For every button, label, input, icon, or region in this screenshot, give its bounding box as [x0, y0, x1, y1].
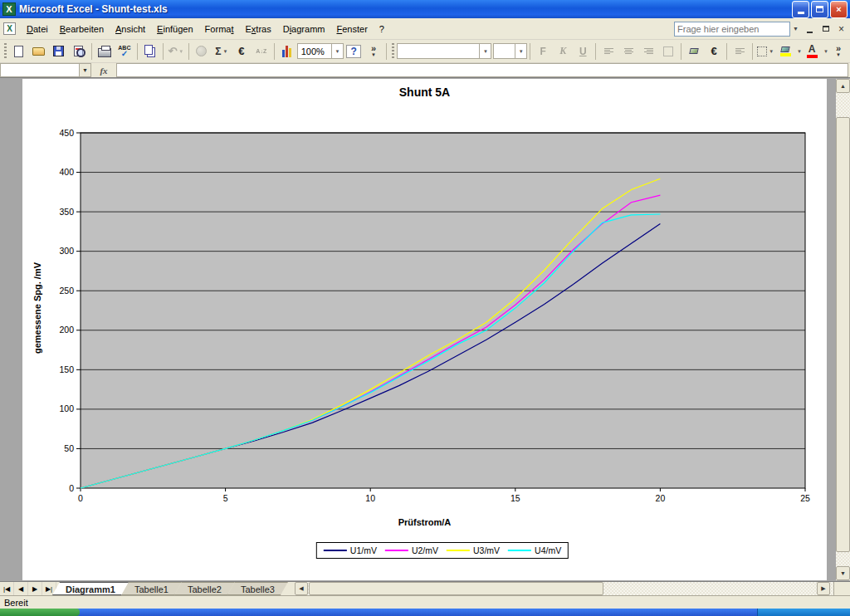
align-left-button	[599, 42, 618, 61]
scroll-right-button[interactable]: ▶	[817, 582, 830, 595]
italic-icon: K	[559, 45, 566, 57]
close-button[interactable]: ×	[830, 1, 848, 18]
workbook-close-button[interactable]: ×	[834, 22, 848, 36]
workbook-icon[interactable]: X	[3, 22, 16, 35]
indent-icon	[735, 48, 745, 54]
euro-conversion-button[interactable]: €	[232, 42, 251, 61]
y-tick-label: 300	[59, 246, 74, 256]
x-tick-label: 5	[223, 493, 228, 503]
zoom-combobox[interactable]: 100% ▼	[297, 43, 344, 59]
toolbar-options-button[interactable]: »▼	[364, 42, 383, 61]
menu-item-einfgen[interactable]: Einfügen	[151, 21, 198, 37]
menu-bar: X DateiBearbeitenAnsichtEinfügenFormatEx…	[0, 18, 850, 40]
print-button[interactable]	[95, 42, 114, 61]
toolbar-grip[interactable]	[4, 43, 7, 60]
euro-style-button[interactable]: €	[705, 42, 723, 61]
workbook-restore-button[interactable]	[818, 22, 833, 36]
next-sheet-button[interactable]: ▶	[28, 582, 42, 595]
spelling-button[interactable]: ABC✓	[115, 42, 134, 61]
font-color-button[interactable]: A	[803, 42, 821, 61]
toolbar-grip-2[interactable]	[392, 43, 394, 60]
horizontal-scroll-thumb[interactable]	[309, 582, 603, 595]
horizontal-scrollbar[interactable]: ◀ ▶	[295, 582, 833, 595]
sheet-tab-bar: |◀ ◀ ▶ ▶| Diagramm1Tabelle1Tabelle2Tabel…	[0, 581, 850, 595]
copy-button[interactable]	[141, 42, 159, 61]
search-button[interactable]	[70, 42, 88, 61]
help-button[interactable]: ?	[344, 42, 363, 61]
menu-item-extras[interactable]: Extras	[239, 21, 276, 37]
open-button[interactable]	[30, 42, 48, 61]
system-tray	[757, 609, 850, 616]
vertical-scroll-thumb[interactable]	[836, 117, 850, 552]
borders-button[interactable]: ▼	[756, 42, 774, 61]
help-icon: ?	[346, 45, 360, 58]
euro-style-icon: €	[711, 45, 717, 57]
insert-function-button[interactable]: fx	[91, 63, 116, 77]
menu-item-format[interactable]: Format	[199, 21, 240, 37]
align-center-button	[619, 42, 638, 61]
start-button[interactable]	[0, 609, 80, 616]
legend-label: U4/mV	[535, 545, 561, 555]
chart-title: Shunt 5A	[22, 86, 827, 99]
scroll-left-button[interactable]: ◀	[295, 582, 308, 595]
legend-swatch	[447, 550, 470, 551]
y-tick-label: 50	[64, 443, 74, 453]
vertical-scrollbar[interactable]: ▲ ▼	[836, 79, 850, 580]
sheet-tab-tabelle2[interactable]: Tabelle2	[174, 582, 235, 595]
sheet-tab-tabelle3[interactable]: Tabelle3	[227, 582, 288, 595]
y-tick-label: 250	[59, 286, 74, 296]
menu-item-bearbeiten[interactable]: Bearbeiten	[54, 21, 110, 37]
first-sheet-button[interactable]: |◀	[0, 582, 14, 595]
font-size-combobox[interactable]: ▼	[493, 43, 527, 59]
status-text: Bereit	[4, 598, 28, 608]
scroll-up-button[interactable]: ▲	[836, 79, 850, 93]
merge-center-icon	[663, 46, 673, 56]
question-dropdown-icon[interactable]: ▼	[790, 22, 801, 37]
menu-item-ansicht[interactable]: Ansicht	[110, 21, 151, 37]
name-box-dropdown-icon[interactable]: ▼	[80, 63, 91, 77]
printer-icon	[98, 48, 111, 57]
font-name-combobox[interactable]: ▼	[397, 43, 491, 59]
x-tick-label: 20	[656, 493, 666, 503]
legend-swatch	[508, 550, 531, 551]
sheet-tab-diagramm1[interactable]: Diagramm1	[52, 582, 129, 595]
excel-app-icon: X	[2, 2, 16, 16]
fill-color-button[interactable]	[776, 42, 794, 61]
question-input[interactable]	[674, 22, 790, 37]
chart-sheet[interactable]: 0501001502002503003504004500510152025 Sh…	[22, 79, 827, 580]
align-left-icon	[604, 48, 613, 54]
formatting-options-button[interactable]: »▼	[829, 42, 848, 61]
y-tick-label: 400	[59, 167, 74, 177]
currency-button[interactable]	[685, 42, 703, 61]
font-color-icon: A	[808, 45, 816, 54]
autosum-icon: Σ	[215, 46, 221, 57]
autosum-button[interactable]: Σ▼	[212, 42, 231, 61]
bold-button: F	[534, 42, 552, 61]
minimize-button[interactable]	[792, 1, 809, 18]
restore-button[interactable]	[811, 1, 828, 18]
menu-item-diagramm[interactable]: Diagramm	[277, 21, 331, 37]
sheet-tab-tabelle1[interactable]: Tabelle1	[121, 582, 182, 595]
document-area: 0501001502002503003504004500510152025 Sh…	[0, 78, 850, 581]
menu-item-datei[interactable]: Datei	[21, 21, 54, 37]
chart-plot[interactable]: 0501001502002503003504004500510152025	[22, 79, 827, 580]
legend-label: U2/mV	[412, 545, 438, 555]
chart-wizard-icon	[282, 46, 291, 57]
scroll-down-button[interactable]: ▼	[836, 566, 850, 580]
previous-sheet-button[interactable]: ◀	[14, 582, 28, 595]
sort-ascending-button: A↓Z	[252, 42, 271, 61]
save-icon	[53, 46, 64, 56]
save-button[interactable]	[50, 42, 68, 61]
chart-wizard-button[interactable]	[278, 42, 296, 61]
legend-item-u1mv: U1/mV	[324, 545, 377, 555]
workbook-minimize-button[interactable]	[803, 22, 817, 36]
chart-legend[interactable]: U1/mVU2/mVU3/mVU4/mV	[316, 542, 569, 559]
menu-item-fenster[interactable]: Fenster	[330, 21, 373, 37]
toolbar: ABC✓ ↶▼ Σ▼ € A↓Z 100% ▼ ? »▼ ▼ ▼ F K U €…	[0, 40, 850, 63]
new-button[interactable]	[10, 42, 28, 61]
euro-icon: €	[238, 45, 244, 57]
italic-button: K	[554, 42, 572, 61]
name-box[interactable]	[0, 63, 80, 77]
formula-input[interactable]	[116, 63, 848, 77]
menu-item-?[interactable]: ?	[374, 21, 390, 37]
